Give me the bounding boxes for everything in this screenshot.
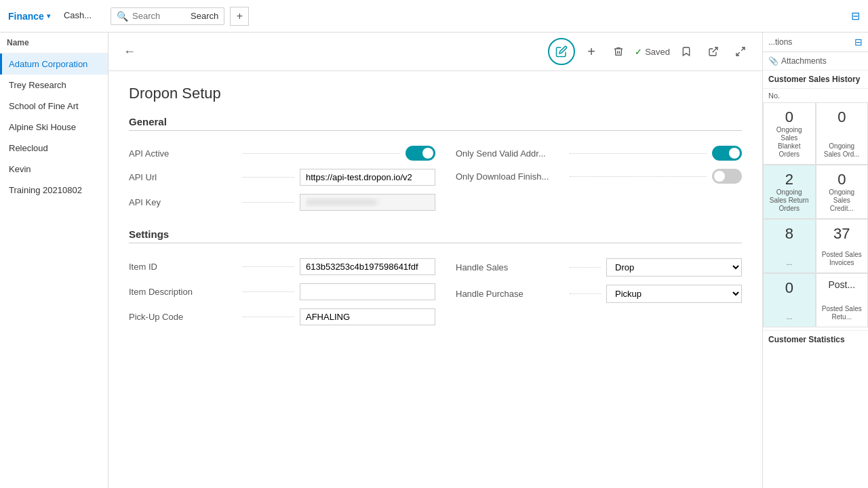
svg-line-1 [741, 47, 745, 51]
api-active-label: API Active [129, 148, 237, 159]
sales-card-row-1: 0 Ongoing Sales Blanket Orders 0 Ongoing… [763, 102, 868, 165]
main-layout: Name Adatum Corporation Trey Research Sc… [0, 33, 868, 488]
top-bar: Finance ▾ Cash... 🔍 Search + ⊟ [0, 0, 868, 33]
ongoing-orders-label: Ongoing Sales Ord... [822, 142, 863, 159]
sales-card-return-orders[interactable]: 2 Ongoing Sales Return Orders [763, 165, 816, 219]
app-name-label: Finance [8, 11, 44, 22]
search-input[interactable] [132, 11, 186, 21]
only-download-row: Only Download Finish... [456, 165, 742, 188]
svg-line-0 [713, 47, 717, 52]
bookmark-button[interactable] [675, 41, 697, 62]
pickup-code-input[interactable] [300, 308, 435, 325]
api-key-label: API Key [129, 197, 237, 207]
share-button[interactable] [703, 41, 724, 62]
right-panel: ...tions ⊟ 📎 Attachments Customer Sales … [763, 33, 868, 488]
panel-toolbar: ← + ✓ Saved [108, 33, 762, 71]
blanket-orders-number: 0 [769, 108, 810, 126]
card-8-number: 8 [769, 225, 810, 243]
bookmark-icon [681, 46, 692, 57]
sales-card-blanket-orders[interactable]: 0 Ongoing Sales Blanket Orders [763, 102, 816, 165]
search-icon: 🔍 [117, 11, 128, 22]
right-filter-icon[interactable]: ⊟ [854, 37, 863, 47]
sidebar-item-alpine[interactable]: Alpine Ski House [0, 117, 108, 138]
blanket-orders-label: Ongoing Sales Blanket Orders [769, 126, 810, 159]
only-download-label: Only Download Finish... [456, 171, 564, 182]
api-active-row: API Active [129, 142, 435, 165]
options-label: ...tions [768, 37, 792, 47]
svg-line-2 [736, 52, 740, 56]
add-button[interactable]: + [580, 41, 602, 62]
pickup-code-row: Pick-Up Code [129, 304, 435, 329]
posted-invoices-number: 37 [822, 225, 863, 243]
item-desc-label: Item Description [129, 287, 237, 297]
credit-number: 0 [822, 171, 863, 188]
sidebar-header: Name [0, 33, 108, 54]
sidebar-item-training[interactable]: Training 20210802 [0, 180, 108, 201]
return-orders-label: Ongoing Sales Return Orders [769, 188, 810, 213]
app-chevron-icon: ▾ [47, 12, 50, 20]
posted-return-number: Post... [822, 279, 863, 290]
sales-card-row-3: 8 ... 37 Posted Sales Invoices [763, 219, 868, 273]
sidebar-item-adatum[interactable]: Adatum Corporation [0, 54, 108, 75]
sales-cards: 0 Ongoing Sales Blanket Orders 0 Ongoing… [763, 102, 868, 327]
sales-card-row-2: 2 Ongoing Sales Return Orders 0 Ongoing … [763, 165, 868, 219]
api-url-row: API Url [129, 165, 435, 190]
handle-purchase-label: Handle Purchase [456, 289, 564, 299]
right-panel-toolbar: ...tions ⊟ [763, 33, 868, 52]
sales-card-posted-return[interactable]: Post... Posted Sales Retu... [816, 273, 869, 327]
back-button[interactable]: ← [119, 41, 140, 62]
attachments-row: 📎 Attachments [763, 52, 868, 70]
tab-cash[interactable]: Cash... [56, 0, 100, 33]
sidebar-item-trey[interactable]: Trey Research [0, 75, 108, 96]
delete-button[interactable] [608, 41, 629, 62]
sales-card-credit[interactable]: 0 Ongoing Sales Credit... [816, 165, 869, 219]
handle-purchase-row: Handle Purchase Pickup Drop None [456, 281, 742, 307]
new-button[interactable]: + [230, 7, 249, 26]
item-id-row: Item ID [129, 254, 435, 279]
handle-sales-select[interactable]: Drop Pickup None [606, 258, 742, 277]
sales-card-ongoing-orders[interactable]: 0 Ongoing Sales Ord... [816, 102, 869, 165]
sidebar-item-school[interactable]: School of Fine Art [0, 96, 108, 117]
general-form: API Active API Url [129, 142, 742, 215]
attachments-label: Attachments [781, 56, 827, 66]
only-download-toggle[interactable] [712, 169, 742, 184]
saved-label-text: Saved [645, 47, 670, 57]
item-id-input[interactable] [300, 258, 435, 275]
handle-sales-row: Handle Sales Drop Pickup None [456, 254, 742, 281]
fullscreen-button[interactable] [730, 41, 751, 62]
credit-label: Ongoing Sales Credit... [822, 188, 863, 213]
sidebar: Name Adatum Corporation Trey Research Sc… [0, 33, 108, 488]
return-orders-number: 2 [769, 171, 810, 188]
no-label-text: No. [768, 92, 780, 100]
settings-form: Item ID Item Description Pick-Up Code [129, 254, 742, 329]
edit-button[interactable] [548, 38, 575, 65]
api-url-input[interactable] [300, 169, 435, 186]
filter-icon[interactable]: ⊟ [851, 9, 860, 22]
item-desc-row: Item Description [129, 279, 435, 304]
api-url-label: API Url [129, 172, 237, 182]
sidebar-item-relecloud[interactable]: Relecloud [0, 138, 108, 159]
customer-sales-history-title: Customer Sales History [763, 70, 868, 89]
customer-sales-history-label: Customer Sales History [768, 75, 860, 84]
handle-sales-label: Handle Sales [456, 262, 564, 272]
settings-divider [129, 243, 742, 243]
api-key-row: API Key [129, 190, 435, 215]
panel-title: Dropon Setup [129, 85, 742, 102]
sales-card-0-teal[interactable]: 0 ... [763, 273, 816, 327]
saved-status: ✓ Saved [635, 47, 670, 57]
check-icon: ✓ [635, 47, 642, 57]
card-0-teal-number: 0 [769, 279, 810, 297]
api-active-toggle[interactable] [406, 146, 435, 161]
only-send-toggle[interactable] [712, 146, 742, 161]
app-name[interactable]: Finance ▾ [8, 11, 50, 22]
sales-card-8[interactable]: 8 ... [763, 219, 816, 273]
sales-card-posted-invoices[interactable]: 37 Posted Sales Invoices [816, 219, 869, 273]
ongoing-orders-number: 0 [822, 108, 863, 126]
card-0-teal-label: ... [769, 313, 810, 321]
api-key-input[interactable] [300, 194, 435, 211]
general-divider [129, 130, 742, 131]
customer-statistics-label: Customer Statistics [768, 335, 845, 344]
handle-purchase-select[interactable]: Pickup Drop None [606, 285, 742, 303]
item-desc-input[interactable] [300, 283, 435, 300]
sidebar-item-kevin[interactable]: Kevin [0, 159, 108, 180]
